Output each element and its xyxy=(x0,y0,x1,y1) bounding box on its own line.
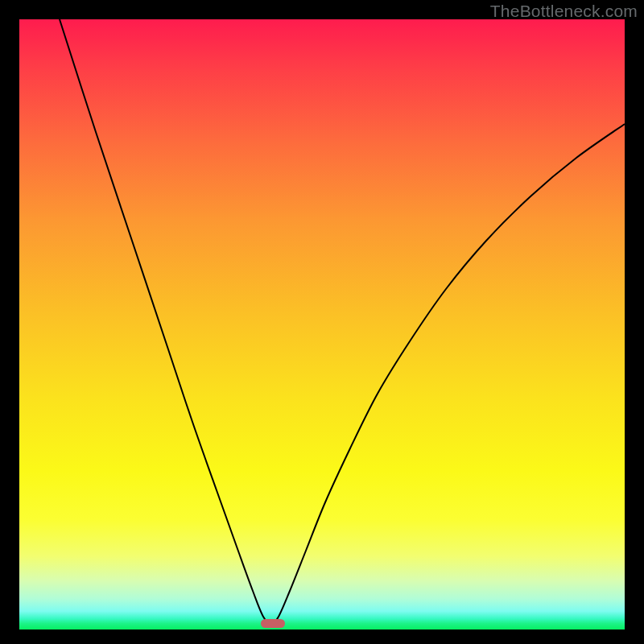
bottleneck-curve xyxy=(19,19,625,630)
curve-path xyxy=(60,19,625,624)
chart-frame xyxy=(19,19,625,630)
optimum-marker xyxy=(261,619,285,628)
watermark-text: TheBottleneck.com xyxy=(490,2,638,21)
